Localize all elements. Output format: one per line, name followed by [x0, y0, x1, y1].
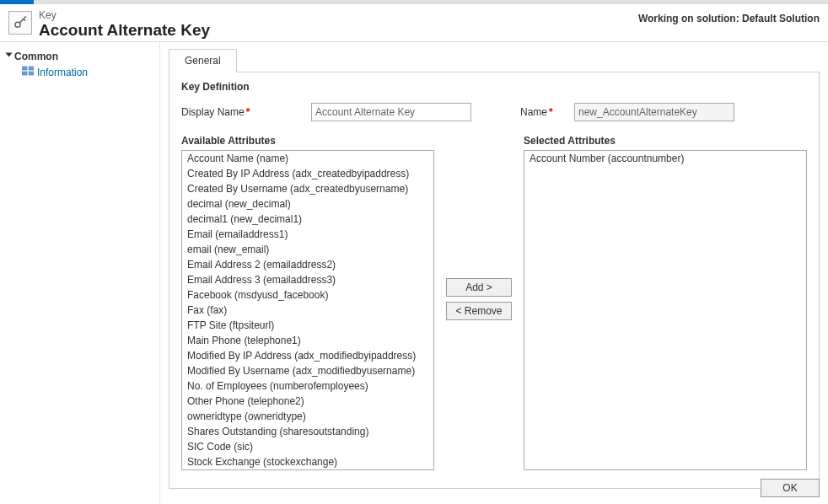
list-item[interactable]: Modified By IP Address (adx_modifiedbyip…	[182, 348, 433, 363]
list-item[interactable]: Modified By Username (adx_modifiedbyuser…	[182, 363, 433, 378]
list-item[interactable]: Fax (fax)	[182, 303, 433, 318]
sidebar-item-information[interactable]: Information	[7, 64, 159, 80]
selected-attributes-title: Selected Attributes	[524, 135, 807, 147]
tab-content: Key Definition Display Name* Name* Avail…	[169, 72, 820, 489]
list-item[interactable]: Created By IP Address (adx_createdbyipad…	[182, 166, 433, 181]
name-label: Name*	[520, 106, 562, 118]
svg-rect-2	[29, 67, 34, 70]
display-name-input[interactable]	[311, 103, 471, 121]
list-item[interactable]: email (new_email)	[182, 242, 433, 257]
loading-bar	[0, 0, 828, 4]
list-item[interactable]: Account Name (name)	[182, 151, 433, 166]
name-input[interactable]	[574, 103, 734, 121]
available-attributes-title: Available Attributes	[181, 135, 434, 147]
svg-rect-1	[22, 67, 27, 70]
svg-rect-4	[29, 72, 34, 75]
sidebar-item-label: Information	[37, 67, 88, 78]
ok-button[interactable]: OK	[761, 479, 820, 497]
loading-indicator	[0, 0, 34, 4]
list-item[interactable]: Email Address 3 (emailaddress3)	[182, 272, 433, 287]
key-icon	[8, 11, 32, 35]
list-item[interactable]: FTP Site (ftpsiteurl)	[182, 318, 433, 333]
main-panel: General Key Definition Display Name* Nam…	[160, 42, 828, 504]
list-item[interactable]: Email Address 2 (emailaddress2)	[182, 257, 433, 272]
page-header: Key Account Alternate Key Working on sol…	[0, 4, 828, 42]
display-name-label: Display Name*	[181, 106, 299, 118]
solution-label: Working on solution: Default Solution	[638, 9, 820, 24]
add-button[interactable]: Add >	[446, 278, 512, 297]
form-icon	[22, 66, 34, 78]
list-item[interactable]: Account Number (accountnumber)	[524, 151, 806, 166]
list-item[interactable]: SIC Code (sic)	[182, 439, 433, 454]
selected-attributes-list[interactable]: Account Number (accountnumber)	[524, 150, 807, 470]
list-item[interactable]: Other Phone (telephone2)	[182, 394, 433, 409]
list-item[interactable]: Created By Username (adx_createdbyuserna…	[182, 181, 433, 196]
tab-general[interactable]: General	[169, 49, 237, 72]
remove-button[interactable]: < Remove	[446, 302, 512, 320]
list-item[interactable]: No. of Employees (numberofemployees)	[182, 378, 433, 394]
sidebar: Common Information	[0, 42, 160, 504]
list-item[interactable]: Email (emailaddress1)	[182, 227, 433, 242]
entity-label: Key	[39, 9, 638, 21]
list-item[interactable]: Stock Exchange (stockexchange)	[182, 454, 433, 469]
list-item[interactable]: decimal (new_decimal)	[182, 196, 433, 212]
available-attributes-list[interactable]: Account Name (name)Created By IP Address…	[181, 150, 434, 470]
svg-rect-3	[22, 72, 27, 75]
list-item[interactable]: Facebook (msdyusd_facebook)	[182, 287, 433, 303]
list-item[interactable]: Main Phone (telephone1)	[182, 333, 433, 348]
list-item[interactable]: Shares Outstanding (sharesoutstanding)	[182, 424, 433, 439]
page-title: Account Alternate Key	[39, 21, 638, 40]
list-item[interactable]: owneridtype (owneridtype)	[182, 409, 433, 424]
section-title: Key Definition	[181, 81, 807, 93]
list-item[interactable]: decimal1 (new_decimal1)	[182, 212, 433, 227]
sidebar-group-common[interactable]: Common	[7, 49, 159, 64]
